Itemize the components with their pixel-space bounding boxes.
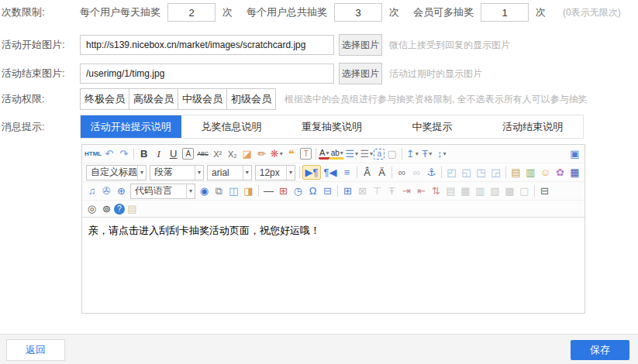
table-style3-icon[interactable]: ▥ — [473, 184, 488, 198]
image-center-icon[interactable]: ◲ — [488, 165, 503, 180]
toolbar-separator — [534, 185, 535, 197]
help-icon[interactable]: ? — [114, 204, 125, 215]
code-language-select[interactable]: 代码语言▾ — [130, 184, 195, 199]
insert-code-icon[interactable]: ◉ — [197, 184, 212, 198]
tab-活动开始提示说明[interactable]: 活动开始提示说明 — [81, 115, 181, 138]
special-char-icon[interactable]: Ω — [305, 184, 320, 198]
pagebreak-icon[interactable]: ⧉ — [212, 184, 226, 198]
video-icon[interactable]: ▦ — [567, 165, 582, 180]
table-style5-icon[interactable]: ▩ — [502, 184, 517, 198]
editor-content[interactable]: 亲，请点击进入刮刮卡抽奖活动页面，祝您好运哦！ — [82, 218, 585, 313]
snapscreen-icon[interactable]: ◨ — [241, 184, 256, 198]
fullscreen-icon[interactable]: ▣ — [567, 146, 582, 161]
print-icon[interactable]: ⊟ — [537, 184, 552, 198]
table-style1-icon[interactable]: ▤ — [443, 184, 458, 198]
outdent-icon[interactable]: ¶◀ — [321, 165, 340, 180]
member-option-button[interactable]: 终极会员 — [80, 88, 129, 110]
paragraph-spacing-icon[interactable]: ↥▾ — [405, 146, 419, 161]
line-spacing-icon[interactable]: ↕▾ — [434, 146, 449, 161]
start-image-input[interactable] — [80, 35, 334, 55]
save-button[interactable]: 保存 — [571, 340, 629, 360]
choose-end-image-button[interactable]: 选择图片 — [339, 63, 382, 84]
unordered-list-icon[interactable]: ☰▾ — [359, 146, 374, 161]
search-replace-icon[interactable]: ⊚ — [99, 201, 114, 216]
bold-icon[interactable]: B — [136, 146, 151, 161]
paragraph-select[interactable]: 段落▾ — [150, 165, 204, 180]
subscript-icon[interactable]: X₂ — [225, 146, 240, 161]
highlight-icon[interactable]: ab▾ — [329, 148, 344, 160]
table-style4-icon[interactable]: ▧ — [488, 184, 502, 198]
table-style2-icon[interactable]: ▦ — [458, 184, 473, 198]
limit-count-input-2[interactable] — [334, 3, 382, 22]
blockquote-icon[interactable]: ❝ — [284, 146, 298, 161]
date-icon[interactable]: ⊞ — [276, 184, 291, 198]
toolbar-separator — [316, 148, 316, 160]
to-uppercase-icon[interactable]: Â — [360, 165, 374, 180]
preview-icon[interactable]: ◎ — [84, 201, 99, 216]
custom-title-select[interactable]: 自定义标题▾ — [86, 165, 147, 180]
undo-icon[interactable]: ↶ — [102, 146, 116, 161]
insert-table-icon[interactable]: ⊞ — [340, 184, 355, 198]
table-caption-icon[interactable]: ⊤ — [370, 184, 385, 198]
emoji-icon[interactable]: ☺ — [538, 165, 553, 180]
indent-icon[interactable]: ▶¶ — [302, 165, 321, 180]
autotypeset-icon[interactable]: ❋▾ — [269, 146, 284, 161]
paste-icon[interactable]: ▤ — [125, 201, 140, 216]
limit-count-input-1[interactable] — [167, 3, 216, 22]
ordered-list-icon[interactable]: ☰▾ — [344, 146, 359, 161]
anchor-icon[interactable]: ⚓ — [424, 165, 439, 180]
insert-row-icon[interactable]: ⇥ — [399, 184, 414, 198]
to-lowercase-icon[interactable]: Ä — [374, 165, 389, 180]
link-icon[interactable]: ∞ — [395, 165, 409, 180]
choose-start-image-button[interactable]: 选择图片 — [339, 34, 382, 56]
unlink-icon[interactable]: ∞ — [409, 165, 424, 180]
font-color-icon[interactable]: A▾ — [319, 148, 329, 160]
select-value: 代码语言 — [135, 184, 172, 197]
member-option-button[interactable]: 高级会员 — [129, 88, 178, 110]
html-source-icon[interactable]: HTML — [84, 146, 102, 161]
template-icon[interactable]: ◫ — [226, 184, 241, 198]
tab-中奖提示[interactable]: 中奖提示 — [382, 115, 483, 138]
anchor-text-icon[interactable]: a — [374, 149, 385, 160]
bordered-text-icon[interactable]: A — [182, 148, 194, 160]
image-left-icon[interactable]: ◱ — [459, 165, 474, 180]
blank-doc-icon[interactable]: ▢ — [385, 146, 399, 161]
time-icon[interactable]: ◷ — [291, 184, 305, 198]
image-right-icon[interactable]: ◳ — [474, 165, 488, 180]
paragraph-align-icon[interactable]: ≡ — [340, 165, 354, 180]
eraser-icon[interactable]: ◪ — [240, 146, 254, 161]
format-painter-icon[interactable]: ✏ — [254, 146, 269, 161]
horizontal-rule-icon[interactable]: — — [261, 184, 276, 198]
image-default-icon[interactable]: ◰ — [444, 165, 459, 180]
insert-col-icon[interactable]: ⇤ — [414, 184, 429, 198]
doc-icon[interactable]: ▢ — [517, 184, 532, 198]
form-icon[interactable]: ⊟ — [320, 184, 335, 198]
font-size-select[interactable]: 12px▾ — [255, 165, 295, 180]
italic-icon[interactable]: I — [151, 146, 166, 161]
rich-text-editor: HTML↶↷BIUAABCX²X₂◪✏❋▾❝TA▾ab▾☰▾☰▾a▢↥▾Ŧ▾↕▾… — [81, 144, 585, 314]
attachment-icon[interactable]: ✇ — [99, 184, 114, 198]
map-icon[interactable]: ⊕ — [114, 184, 129, 198]
back-button[interactable]: 返回 — [6, 339, 65, 361]
end-image-input[interactable] — [80, 64, 334, 84]
scrawl-icon[interactable]: ✿ — [553, 165, 567, 180]
strikethrough-icon[interactable]: ABC — [195, 146, 210, 161]
image-manager-icon[interactable]: ▥ — [523, 165, 538, 180]
music-icon[interactable]: ♫ — [84, 184, 99, 198]
font-spacing-icon[interactable]: Ŧ▾ — [419, 146, 434, 161]
member-option-button[interactable]: 初级会员 — [226, 88, 276, 110]
table-title-icon[interactable]: Ŧ — [385, 184, 399, 198]
limit-count-input-3[interactable] — [481, 3, 529, 22]
font-family-select[interactable]: arial▾ — [207, 165, 252, 180]
split-cell-icon[interactable]: ⇅ — [429, 184, 443, 198]
insert-image-icon[interactable]: ▤ — [509, 165, 523, 180]
redo-icon[interactable]: ↷ — [116, 146, 131, 161]
underline-icon[interactable]: U — [166, 146, 181, 161]
superscript-icon[interactable]: X² — [210, 146, 225, 161]
delete-table-icon[interactable]: ⊠ — [355, 184, 370, 198]
paste-text-icon[interactable]: T — [300, 148, 312, 160]
member-option-button[interactable]: 中级会员 — [178, 88, 227, 110]
tab-重复抽奖说明[interactable]: 重复抽奖说明 — [281, 115, 382, 138]
tab-兑奖信息说明[interactable]: 兑奖信息说明 — [181, 115, 282, 138]
tab-活动结束说明[interactable]: 活动结束说明 — [482, 115, 583, 138]
